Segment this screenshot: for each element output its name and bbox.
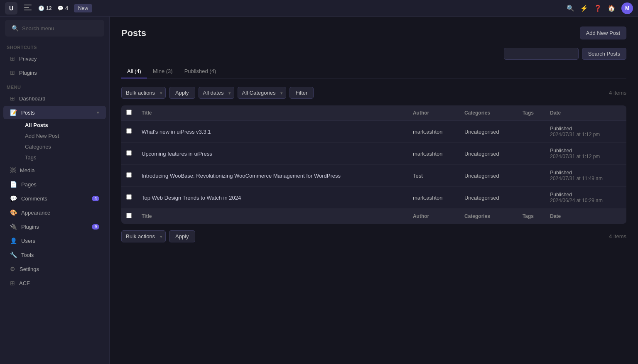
posts-chevron-icon: ▾ [97,110,99,115]
sidebar-item-pages[interactable]: 📄 Pages [3,178,106,191]
sidebar-item-plugins[interactable]: 🔌 Plugins 9 [3,220,106,233]
topbar-items: 🕐 12 💬 4 New [38,4,562,12]
plugins-shortcut-icon: ⊞ [10,69,15,76]
sidebar-subitem-all-posts[interactable]: All Posts [10,120,106,130]
bottom-apply-button[interactable]: Apply [169,230,195,242]
sidebar-item-dashboard[interactable]: ⊞ Dashboard [3,92,106,105]
sidebar-item-settings[interactable]: ⚙ Settings [3,262,106,276]
row-date-status-3: Published [550,192,621,198]
post-title-link-1[interactable]: Upcoming features in uiPress [142,151,212,157]
topbar-updates[interactable]: 🕐 12 [38,5,52,11]
table-footer-header-row: Title Author Categories Tags Date [121,209,626,224]
bottom-bulk-actions-select[interactable]: Bulk actions [121,230,166,242]
row-checkbox-0[interactable] [126,128,132,134]
svg-rect-2 [24,10,32,10]
row-date-status-0: Published [550,126,621,132]
quicklinks-icon[interactable]: ⚡ [580,5,588,12]
shortcuts-label: Shortcuts [0,40,109,51]
row-checkbox-3[interactable] [126,194,132,200]
footer-col-checkbox [121,209,137,224]
sidebar-item-posts[interactable]: 📝 Posts ▾ [3,106,106,119]
post-title-link-2[interactable]: Introducing WooBase: Revolutionizing Woo… [142,173,341,179]
row-tags-2 [518,165,545,187]
sidebar-item-label: Appearance [21,210,50,216]
main-content: Posts Add New Post Search Posts All (4) … [110,0,638,364]
all-categories-select[interactable]: All Categories [238,87,286,99]
row-author-0: mark.ashton [408,121,459,143]
sidebar-item-users[interactable]: 👤 Users [3,234,106,247]
table-row: Top Web Design Trends to Watch in 2024 m… [121,187,626,209]
sidebar-item-label: Tools [21,252,34,258]
search-posts-button[interactable]: Search Posts [582,48,626,60]
tab-all[interactable]: All (4) [121,65,147,78]
sidebar-search-icon: 🔍 [12,25,19,32]
search-icon[interactable]: 🔍 [567,5,574,12]
sidebar-subitem-tags[interactable]: Tags [10,152,106,163]
tab-mine[interactable]: Mine (3) [147,65,179,78]
page-header: Posts Add New Post [121,27,626,39]
row-title-1: Upcoming features in uiPress [137,143,408,165]
footer-col-tags: Tags [518,209,545,224]
sidebar-toggle-button[interactable] [22,3,33,14]
sidebar-item-appearance[interactable]: 🎨 Appearance [3,206,106,219]
filter-button[interactable]: Filter [290,87,314,99]
row-categories-2: Uncategorised [459,165,518,187]
topbar-comments[interactable]: 💬 4 [57,5,68,11]
row-checkbox-cell [121,143,137,165]
sidebar-item-comments[interactable]: 💬 Comments 4 [3,192,106,205]
row-author-1: mark.ashton [408,143,459,165]
plugins-icon: 🔌 [10,223,17,230]
header-checkbox-cell [121,105,137,121]
posts-tabs: All (4) Mine (3) Published (4) [121,65,626,78]
topbar-new-button[interactable]: New [74,4,92,12]
all-dates-select[interactable]: All dates [199,87,234,99]
apply-button[interactable]: Apply [169,87,195,99]
tab-published[interactable]: Published (4) [179,65,222,78]
sidebar-item-label: ACF [19,280,30,286]
topbar-logo[interactable]: U [5,2,17,15]
row-checkbox-cell [121,187,137,209]
post-title-link-0[interactable]: What's new in uiPress v3.3.1 [142,129,211,135]
sidebar-subitem-categories[interactable]: Categories [10,142,106,152]
user-avatar[interactable]: M [621,2,633,14]
sidebar-item-acf[interactable]: ⊞ ACF [3,276,106,290]
row-tags-3 [518,187,545,209]
sidebar-item-media[interactable]: 🖼 Media [3,164,106,177]
row-checkbox-1[interactable] [126,150,132,156]
sidebar-search-label: Search menu [22,25,54,32]
table-row: What's new in uiPress v3.3.1 mark.ashton… [121,121,626,143]
sidebar-item-label: Plugins [19,70,37,76]
home-icon[interactable]: 🏠 [608,5,616,12]
row-title-0: What's new in uiPress v3.3.1 [137,121,408,143]
sidebar-item-label: Plugins [21,224,39,230]
row-categories-0: Uncategorised [459,121,518,143]
search-posts-input[interactable] [504,48,579,60]
row-tags-0 [518,121,545,143]
row-date-value-3: 2024/06/24 at 10:29 am [550,198,621,203]
row-date-status-1: Published [550,148,621,154]
row-date-3: Published 2024/06/24 at 10:29 am [545,187,626,209]
acf-icon: ⊞ [10,280,15,286]
add-new-post-button[interactable]: Add New Post [580,27,626,39]
sidebar-item-tools[interactable]: 🔧 Tools [3,248,106,261]
svg-rect-1 [24,7,29,8]
topbar-right: 🔍 ⚡ ❓ 🏠 M [567,2,633,14]
bulk-actions-select[interactable]: Bulk actions [121,87,166,99]
row-title-3: Top Web Design Trends to Watch in 2024 [137,187,408,209]
header-date: Date [545,105,626,121]
footer-col-categories: Categories [459,209,518,224]
row-checkbox-2[interactable] [126,172,132,178]
sidebar-item-privacy[interactable]: ⊞ Privacy [3,52,106,65]
post-title-link-3[interactable]: Top Web Design Trends to Watch in 2024 [142,195,241,201]
select-all-checkbox[interactable] [126,110,132,115]
sidebar-subitem-add-new-post[interactable]: Add New Post [10,131,106,141]
media-icon: 🖼 [10,167,16,173]
privacy-icon: ⊞ [10,55,15,62]
comments-badge: 4 [92,196,99,201]
row-author-2: Test [408,165,459,187]
sidebar-item-plugins-shortcut[interactable]: ⊞ Plugins [3,66,106,79]
sidebar-search[interactable]: 🔍 Search menu [5,20,104,37]
footer-select-all-checkbox[interactable] [126,213,132,218]
help-icon[interactable]: ❓ [594,5,602,12]
posts-icon: 📝 [10,109,17,116]
